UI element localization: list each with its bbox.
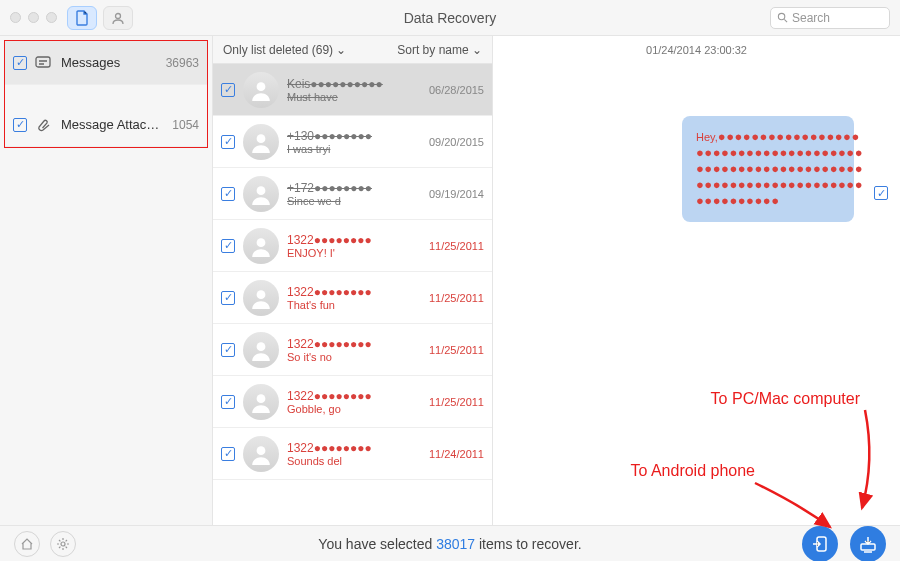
attachment-icon (35, 118, 53, 132)
phone-export-icon (810, 534, 830, 554)
conversation-row[interactable]: ✓Keis●●●●●●●●●●Must have06/28/2015 (213, 64, 492, 116)
conversation-row[interactable]: ✓+172●●●●●●●●Since we d09/19/2014 (213, 168, 492, 220)
checkbox[interactable]: ✓ (13, 56, 27, 70)
message-preview-panel: 01/24/2014 23:00:32 Hey,●●●●●●●●●●●●●●●●… (493, 36, 900, 525)
conversation-date: 11/25/2011 (414, 240, 484, 252)
conversation-row[interactable]: ✓1322●●●●●●●●So it's no11/25/2011 (213, 324, 492, 376)
conversation-name: 1322●●●●●●●● (287, 389, 406, 403)
svg-point-1 (778, 13, 784, 19)
checkbox[interactable]: ✓ (221, 187, 235, 201)
checkbox[interactable]: ✓ (221, 135, 235, 149)
window-title: Data Recovery (404, 10, 497, 26)
conversation-snippet: Sounds del (287, 455, 406, 467)
search-icon (777, 12, 788, 23)
minimize-dot[interactable] (28, 12, 39, 23)
sort-dropdown[interactable]: Sort by name ⌄ (397, 43, 482, 57)
home-button[interactable] (14, 531, 40, 557)
conversation-text: +172●●●●●●●●Since we d (287, 181, 406, 207)
conversation-date: 09/20/2015 (414, 136, 484, 148)
conversation-text: 1322●●●●●●●●ENJOY! I' (287, 233, 406, 259)
conversation-snippet: So it's no (287, 351, 406, 363)
svg-point-4 (257, 134, 266, 143)
conversation-row[interactable]: ✓1322●●●●●●●●Sounds del11/24/2011 (213, 428, 492, 480)
settings-button[interactable] (50, 531, 76, 557)
avatar (243, 384, 279, 420)
conversation-list: ✓Keis●●●●●●●●●●Must have06/28/2015✓+130●… (213, 64, 492, 525)
message-checkbox[interactable]: ✓ (874, 186, 888, 200)
sidebar-item-count: 1054 (172, 118, 199, 132)
checkbox[interactable]: ✓ (221, 343, 235, 357)
close-dot[interactable] (10, 12, 21, 23)
conversation-date: 11/25/2011 (414, 396, 484, 408)
checkbox[interactable]: ✓ (221, 447, 235, 461)
contacts-tab-button[interactable] (103, 6, 133, 30)
checkbox[interactable]: ✓ (221, 83, 235, 97)
conversation-snippet: Since we d (287, 195, 406, 207)
home-icon (20, 537, 34, 551)
conversation-snippet: Must have (287, 91, 406, 103)
svg-point-8 (257, 342, 266, 351)
sidebar-item-label: Message Attac… (61, 117, 159, 132)
conversation-row[interactable]: ✓1322●●●●●●●●Gobble, go11/25/2011 (213, 376, 492, 428)
conversation-snippet: I was tryi (287, 143, 406, 155)
avatar (243, 280, 279, 316)
conversation-text: 1322●●●●●●●●Gobble, go (287, 389, 406, 415)
selected-count: 38017 (436, 536, 475, 552)
gear-icon (56, 537, 70, 551)
sidebar: ✓ Messages 36963 ✓ Message Attac… 1054 (0, 36, 213, 525)
checkbox[interactable]: ✓ (221, 239, 235, 253)
avatar (243, 124, 279, 160)
checkbox[interactable]: ✓ (221, 395, 235, 409)
avatar (243, 72, 279, 108)
conversation-text: 1322●●●●●●●●So it's no (287, 337, 406, 363)
zoom-dot[interactable] (46, 12, 57, 23)
window-controls (10, 12, 57, 23)
footer-message: You have selected 38017 items to recover… (318, 536, 581, 552)
checkbox[interactable]: ✓ (221, 291, 235, 305)
conversation-name: 1322●●●●●●●● (287, 441, 406, 455)
export-to-computer-button[interactable] (850, 526, 886, 562)
chevron-down-icon: ⌄ (336, 43, 346, 57)
sidebar-item-attachments[interactable]: ✓ Message Attac… 1054 (5, 103, 207, 147)
conversation-name: 1322●●●●●●●● (287, 285, 406, 299)
conversation-name: +130●●●●●●●● (287, 129, 406, 143)
conversation-date: 11/25/2011 (414, 344, 484, 356)
svg-point-3 (257, 82, 266, 91)
conversation-name: +172●●●●●●●● (287, 181, 406, 195)
checkbox[interactable]: ✓ (13, 118, 27, 132)
conversation-list-panel: Only list deleted (69) ⌄ Sort by name ⌄ … (213, 36, 493, 525)
conversation-text: +130●●●●●●●●I was tryi (287, 129, 406, 155)
conversation-name: 1322●●●●●●●● (287, 233, 406, 247)
recover-tab-button[interactable] (67, 6, 97, 30)
svg-point-6 (257, 238, 266, 247)
svg-point-5 (257, 186, 266, 195)
conversation-row[interactable]: ✓+130●●●●●●●●I was tryi09/20/2015 (213, 116, 492, 168)
titlebar: Data Recovery Search (0, 0, 900, 36)
svg-point-9 (257, 394, 266, 403)
conversation-snippet: Gobble, go (287, 403, 406, 415)
conversation-row[interactable]: ✓1322●●●●●●●●That's fun11/25/2011 (213, 272, 492, 324)
search-input[interactable]: Search (770, 7, 890, 29)
preview-timestamp: 01/24/2014 23:00:32 (493, 36, 900, 56)
main-area: ✓ Messages 36963 ✓ Message Attac… 1054 O… (0, 36, 900, 525)
conversation-date: 11/25/2011 (414, 292, 484, 304)
footer: You have selected 38017 items to recover… (0, 525, 900, 561)
sidebar-item-messages[interactable]: ✓ Messages 36963 (5, 41, 207, 85)
sidebar-item-count: 36963 (166, 56, 199, 70)
avatar (243, 176, 279, 212)
avatar (243, 228, 279, 264)
avatar (243, 436, 279, 472)
filter-dropdown[interactable]: Only list deleted (69) ⌄ (223, 43, 346, 57)
computer-export-icon (858, 534, 878, 554)
export-to-phone-button[interactable] (802, 526, 838, 562)
conversation-text: Keis●●●●●●●●●●Must have (287, 77, 406, 103)
conversation-date: 06/28/2015 (414, 84, 484, 96)
conversation-row[interactable]: ✓1322●●●●●●●●ENJOY! I'11/25/2011 (213, 220, 492, 272)
svg-rect-2 (36, 57, 50, 67)
svg-point-7 (257, 290, 266, 299)
messages-icon (35, 56, 53, 70)
conversation-name: Keis●●●●●●●●●● (287, 77, 406, 91)
user-icon (111, 11, 125, 25)
conversation-snippet: ENJOY! I' (287, 247, 406, 259)
sidebar-item-label: Messages (61, 55, 120, 70)
